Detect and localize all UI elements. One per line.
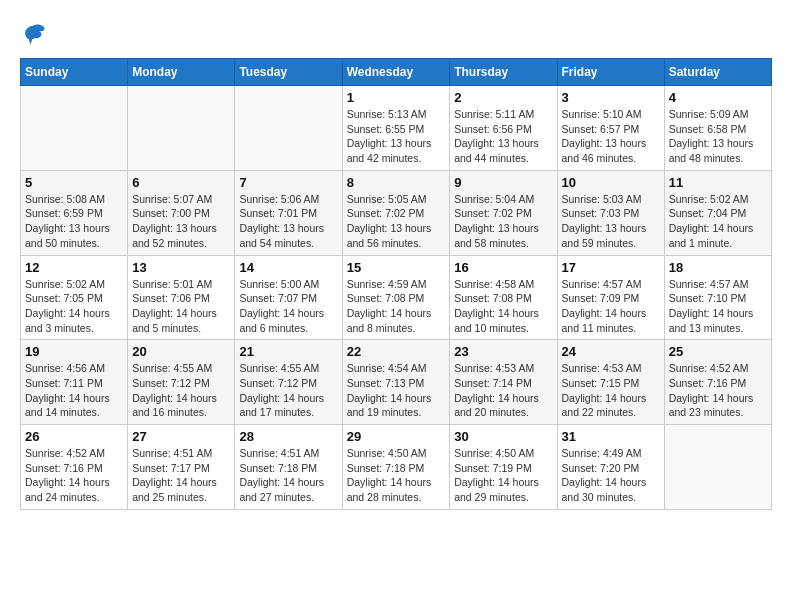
calendar-cell [664,425,771,510]
day-detail: Sunrise: 4:50 AM Sunset: 7:18 PM Dayligh… [347,446,446,505]
logo-icon [20,20,48,48]
calendar-cell: 13Sunrise: 5:01 AM Sunset: 7:06 PM Dayli… [128,255,235,340]
day-number: 30 [454,429,552,444]
calendar-cell: 6Sunrise: 5:07 AM Sunset: 7:00 PM Daylig… [128,170,235,255]
calendar-cell: 17Sunrise: 4:57 AM Sunset: 7:09 PM Dayli… [557,255,664,340]
day-number: 25 [669,344,767,359]
calendar-cell: 9Sunrise: 5:04 AM Sunset: 7:02 PM Daylig… [450,170,557,255]
day-number: 11 [669,175,767,190]
calendar-cell [235,86,342,171]
calendar-cell: 29Sunrise: 4:50 AM Sunset: 7:18 PM Dayli… [342,425,450,510]
day-detail: Sunrise: 4:58 AM Sunset: 7:08 PM Dayligh… [454,277,552,336]
weekday-thursday: Thursday [450,59,557,86]
day-number: 2 [454,90,552,105]
calendar-cell: 15Sunrise: 4:59 AM Sunset: 7:08 PM Dayli… [342,255,450,340]
calendar-cell [128,86,235,171]
day-number: 28 [239,429,337,444]
calendar-cell: 30Sunrise: 4:50 AM Sunset: 7:19 PM Dayli… [450,425,557,510]
day-number: 22 [347,344,446,359]
calendar-cell: 12Sunrise: 5:02 AM Sunset: 7:05 PM Dayli… [21,255,128,340]
calendar-week-4: 19Sunrise: 4:56 AM Sunset: 7:11 PM Dayli… [21,340,772,425]
calendar-cell: 4Sunrise: 5:09 AM Sunset: 6:58 PM Daylig… [664,86,771,171]
day-detail: Sunrise: 5:13 AM Sunset: 6:55 PM Dayligh… [347,107,446,166]
day-detail: Sunrise: 5:08 AM Sunset: 6:59 PM Dayligh… [25,192,123,251]
day-detail: Sunrise: 4:52 AM Sunset: 7:16 PM Dayligh… [25,446,123,505]
calendar-cell: 27Sunrise: 4:51 AM Sunset: 7:17 PM Dayli… [128,425,235,510]
calendar-cell: 28Sunrise: 4:51 AM Sunset: 7:18 PM Dayli… [235,425,342,510]
day-detail: Sunrise: 5:02 AM Sunset: 7:04 PM Dayligh… [669,192,767,251]
day-number: 10 [562,175,660,190]
day-number: 9 [454,175,552,190]
calendar-week-3: 12Sunrise: 5:02 AM Sunset: 7:05 PM Dayli… [21,255,772,340]
day-detail: Sunrise: 4:49 AM Sunset: 7:20 PM Dayligh… [562,446,660,505]
calendar-cell: 21Sunrise: 4:55 AM Sunset: 7:12 PM Dayli… [235,340,342,425]
day-detail: Sunrise: 4:51 AM Sunset: 7:18 PM Dayligh… [239,446,337,505]
weekday-saturday: Saturday [664,59,771,86]
calendar-cell: 14Sunrise: 5:00 AM Sunset: 7:07 PM Dayli… [235,255,342,340]
calendar-cell: 25Sunrise: 4:52 AM Sunset: 7:16 PM Dayli… [664,340,771,425]
day-number: 3 [562,90,660,105]
page-header [20,20,772,48]
calendar-cell: 3Sunrise: 5:10 AM Sunset: 6:57 PM Daylig… [557,86,664,171]
day-number: 15 [347,260,446,275]
day-number: 29 [347,429,446,444]
calendar-cell: 7Sunrise: 5:06 AM Sunset: 7:01 PM Daylig… [235,170,342,255]
day-detail: Sunrise: 5:06 AM Sunset: 7:01 PM Dayligh… [239,192,337,251]
day-number: 21 [239,344,337,359]
day-detail: Sunrise: 4:51 AM Sunset: 7:17 PM Dayligh… [132,446,230,505]
day-detail: Sunrise: 5:09 AM Sunset: 6:58 PM Dayligh… [669,107,767,166]
calendar-week-5: 26Sunrise: 4:52 AM Sunset: 7:16 PM Dayli… [21,425,772,510]
day-number: 24 [562,344,660,359]
day-detail: Sunrise: 5:02 AM Sunset: 7:05 PM Dayligh… [25,277,123,336]
day-detail: Sunrise: 5:07 AM Sunset: 7:00 PM Dayligh… [132,192,230,251]
day-number: 26 [25,429,123,444]
day-number: 5 [25,175,123,190]
day-number: 19 [25,344,123,359]
calendar-cell [21,86,128,171]
day-detail: Sunrise: 4:53 AM Sunset: 7:15 PM Dayligh… [562,361,660,420]
day-number: 16 [454,260,552,275]
day-detail: Sunrise: 4:52 AM Sunset: 7:16 PM Dayligh… [669,361,767,420]
calendar-cell: 24Sunrise: 4:53 AM Sunset: 7:15 PM Dayli… [557,340,664,425]
calendar-cell: 20Sunrise: 4:55 AM Sunset: 7:12 PM Dayli… [128,340,235,425]
weekday-wednesday: Wednesday [342,59,450,86]
day-number: 18 [669,260,767,275]
day-number: 20 [132,344,230,359]
calendar-cell: 19Sunrise: 4:56 AM Sunset: 7:11 PM Dayli… [21,340,128,425]
day-detail: Sunrise: 4:53 AM Sunset: 7:14 PM Dayligh… [454,361,552,420]
day-detail: Sunrise: 5:01 AM Sunset: 7:06 PM Dayligh… [132,277,230,336]
day-detail: Sunrise: 4:56 AM Sunset: 7:11 PM Dayligh… [25,361,123,420]
day-number: 23 [454,344,552,359]
calendar-cell: 23Sunrise: 4:53 AM Sunset: 7:14 PM Dayli… [450,340,557,425]
calendar-week-1: 1Sunrise: 5:13 AM Sunset: 6:55 PM Daylig… [21,86,772,171]
weekday-header-row: SundayMondayTuesdayWednesdayThursdayFrid… [21,59,772,86]
day-detail: Sunrise: 4:59 AM Sunset: 7:08 PM Dayligh… [347,277,446,336]
day-detail: Sunrise: 5:05 AM Sunset: 7:02 PM Dayligh… [347,192,446,251]
day-detail: Sunrise: 4:54 AM Sunset: 7:13 PM Dayligh… [347,361,446,420]
calendar-cell: 31Sunrise: 4:49 AM Sunset: 7:20 PM Dayli… [557,425,664,510]
calendar-table: SundayMondayTuesdayWednesdayThursdayFrid… [20,58,772,510]
calendar-cell: 2Sunrise: 5:11 AM Sunset: 6:56 PM Daylig… [450,86,557,171]
day-detail: Sunrise: 5:04 AM Sunset: 7:02 PM Dayligh… [454,192,552,251]
day-number: 8 [347,175,446,190]
day-detail: Sunrise: 4:55 AM Sunset: 7:12 PM Dayligh… [239,361,337,420]
weekday-monday: Monday [128,59,235,86]
day-number: 4 [669,90,767,105]
day-detail: Sunrise: 5:00 AM Sunset: 7:07 PM Dayligh… [239,277,337,336]
day-number: 31 [562,429,660,444]
calendar-cell: 18Sunrise: 4:57 AM Sunset: 7:10 PM Dayli… [664,255,771,340]
day-detail: Sunrise: 5:11 AM Sunset: 6:56 PM Dayligh… [454,107,552,166]
day-number: 7 [239,175,337,190]
day-detail: Sunrise: 5:10 AM Sunset: 6:57 PM Dayligh… [562,107,660,166]
calendar-cell: 11Sunrise: 5:02 AM Sunset: 7:04 PM Dayli… [664,170,771,255]
day-number: 6 [132,175,230,190]
calendar-cell: 1Sunrise: 5:13 AM Sunset: 6:55 PM Daylig… [342,86,450,171]
weekday-tuesday: Tuesday [235,59,342,86]
calendar-week-2: 5Sunrise: 5:08 AM Sunset: 6:59 PM Daylig… [21,170,772,255]
day-detail: Sunrise: 4:50 AM Sunset: 7:19 PM Dayligh… [454,446,552,505]
calendar-cell: 22Sunrise: 4:54 AM Sunset: 7:13 PM Dayli… [342,340,450,425]
day-number: 12 [25,260,123,275]
calendar-cell: 26Sunrise: 4:52 AM Sunset: 7:16 PM Dayli… [21,425,128,510]
calendar-cell: 16Sunrise: 4:58 AM Sunset: 7:08 PM Dayli… [450,255,557,340]
day-number: 1 [347,90,446,105]
